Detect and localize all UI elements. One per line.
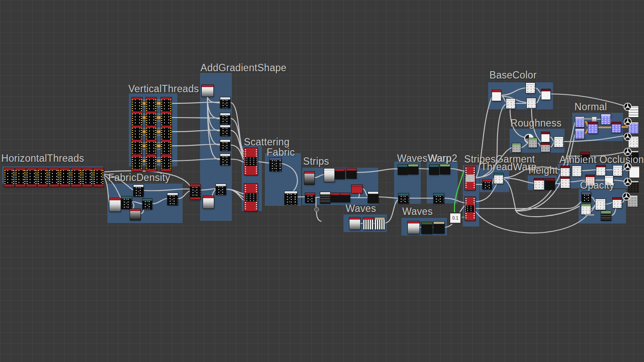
graph-node[interactable] bbox=[572, 166, 581, 176]
graph-node[interactable] bbox=[512, 143, 521, 152]
graph-node[interactable] bbox=[527, 98, 536, 108]
group-label: Warp2 bbox=[428, 153, 457, 164]
graph-node[interactable] bbox=[122, 196, 132, 209]
graph-node[interactable] bbox=[506, 99, 515, 109]
graph-node[interactable] bbox=[320, 192, 330, 203]
graph-node[interactable] bbox=[285, 191, 297, 205]
graph-node[interactable] bbox=[368, 192, 378, 203]
graph-node[interactable] bbox=[270, 158, 281, 171]
graph-node[interactable] bbox=[613, 166, 622, 176]
output-socket-icon[interactable] bbox=[623, 163, 632, 171]
graph-node[interactable] bbox=[203, 196, 214, 208]
node-graph-canvas[interactable]: 0.1 HorizontalThreads bbox=[0, 0, 644, 362]
graph-node[interactable] bbox=[613, 198, 622, 208]
graph-node[interactable] bbox=[324, 169, 334, 182]
graph-node[interactable] bbox=[582, 192, 591, 202]
graph-node[interactable] bbox=[305, 193, 315, 203]
graph-node[interactable] bbox=[220, 154, 230, 165]
graph-node[interactable] bbox=[375, 217, 385, 229]
output-socket-icon[interactable] bbox=[623, 148, 632, 156]
graph-node[interactable] bbox=[561, 166, 570, 176]
graph-node[interactable] bbox=[581, 204, 591, 214]
graph-node[interactable] bbox=[526, 83, 535, 93]
graph-node[interactable] bbox=[335, 169, 345, 179]
graph-node[interactable] bbox=[541, 143, 550, 152]
graph-node-multi[interactable] bbox=[244, 148, 258, 175]
graph-node[interactable] bbox=[132, 155, 142, 171]
group-label: Fabric bbox=[267, 147, 295, 158]
graph-node[interactable] bbox=[612, 122, 621, 133]
graph-node[interactable] bbox=[4, 168, 14, 187]
reroute-dot[interactable] bbox=[314, 207, 319, 212]
graph-node[interactable] bbox=[220, 140, 230, 151]
graph-node[interactable] bbox=[94, 168, 103, 187]
graph-node-multi[interactable] bbox=[465, 197, 475, 220]
graph-node[interactable] bbox=[340, 193, 350, 202]
graph-node[interactable] bbox=[352, 185, 362, 193]
graph-node[interactable] bbox=[130, 209, 140, 220]
graph-node[interactable] bbox=[601, 114, 611, 124]
graph-node[interactable] bbox=[27, 168, 36, 187]
graph-node[interactable] bbox=[134, 185, 143, 196]
graph-node[interactable] bbox=[554, 137, 563, 147]
graph-node[interactable] bbox=[216, 184, 226, 195]
graph-node[interactable] bbox=[146, 140, 156, 156]
graph-node[interactable] bbox=[60, 168, 70, 187]
graph-node[interactable] bbox=[534, 178, 544, 190]
output-socket-icon[interactable] bbox=[622, 192, 631, 201]
graph-node[interactable] bbox=[143, 199, 152, 209]
graph-node[interactable] bbox=[109, 198, 121, 211]
graph-node[interactable] bbox=[38, 168, 48, 187]
graph-node[interactable] bbox=[346, 169, 356, 178]
graph-node[interactable] bbox=[304, 172, 314, 184]
graph-node[interactable] bbox=[529, 138, 537, 148]
graph-node[interactable] bbox=[132, 140, 142, 156]
graph-node[interactable] bbox=[483, 180, 492, 189]
graph-node[interactable] bbox=[331, 193, 340, 202]
graph-node[interactable] bbox=[601, 211, 611, 220]
output-socket-icon[interactable] bbox=[623, 118, 632, 126]
graph-node[interactable] bbox=[422, 222, 432, 234]
graph-node[interactable] bbox=[82, 168, 92, 187]
graph-node[interactable] bbox=[408, 221, 419, 234]
graph-node[interactable] bbox=[161, 155, 171, 171]
group-label: FabricDensity bbox=[108, 172, 170, 184]
graph-node[interactable] bbox=[71, 168, 81, 187]
graph-node[interactable] bbox=[146, 155, 156, 171]
graph-node[interactable] bbox=[434, 222, 444, 233]
output-socket-icon[interactable] bbox=[623, 178, 632, 186]
graph-node[interactable] bbox=[220, 97, 230, 108]
graph-node[interactable] bbox=[541, 132, 550, 142]
graph-node[interactable] bbox=[545, 178, 555, 190]
graph-node[interactable] bbox=[575, 129, 584, 139]
output-socket-icon[interactable] bbox=[623, 103, 632, 111]
graph-node[interactable] bbox=[161, 140, 171, 156]
graph-node[interactable] bbox=[588, 122, 598, 133]
graph-node-multi[interactable] bbox=[244, 184, 258, 211]
graph-node[interactable] bbox=[398, 165, 407, 175]
graph-node[interactable] bbox=[363, 217, 373, 229]
graph-node[interactable] bbox=[202, 85, 213, 97]
graph-node[interactable] bbox=[190, 184, 200, 199]
mini-input-node[interactable] bbox=[592, 117, 597, 122]
graph-node[interactable] bbox=[429, 165, 439, 175]
graph-node[interactable] bbox=[167, 193, 178, 205]
graph-node[interactable] bbox=[408, 164, 418, 174]
graph-node-multi[interactable] bbox=[465, 166, 475, 190]
graph-node[interactable] bbox=[541, 89, 550, 100]
graph-node[interactable] bbox=[595, 199, 605, 210]
output-socket-icon[interactable] bbox=[623, 133, 632, 141]
graph-node[interactable] bbox=[49, 168, 59, 187]
graph-node[interactable] bbox=[440, 164, 450, 174]
graph-node[interactable] bbox=[220, 125, 230, 136]
graph-node[interactable] bbox=[596, 165, 605, 175]
graph-node[interactable] bbox=[398, 193, 409, 203]
graph-node[interactable] bbox=[492, 90, 501, 101]
graph-node[interactable] bbox=[15, 168, 25, 187]
graph-node[interactable] bbox=[561, 177, 570, 188]
graph-node[interactable] bbox=[220, 113, 230, 124]
value-node[interactable]: 0.1 bbox=[450, 213, 461, 223]
graph-node[interactable] bbox=[349, 217, 360, 229]
graph-node[interactable] bbox=[494, 173, 503, 184]
graph-node[interactable] bbox=[434, 193, 444, 203]
